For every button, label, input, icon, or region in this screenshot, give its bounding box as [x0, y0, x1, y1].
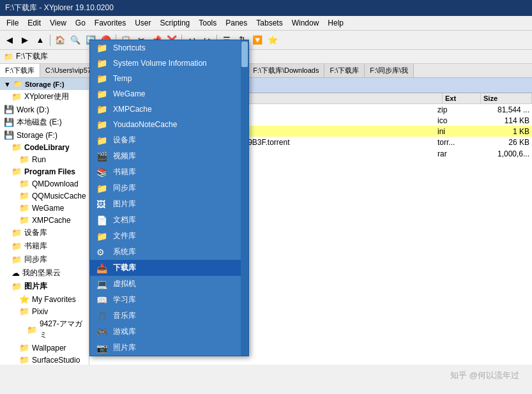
menu-item-view[interactable]: View [46, 17, 70, 29]
sidebar-icon-9: 📁 [19, 203, 29, 213]
tab-0[interactable]: F:\下载库 [0, 64, 40, 77]
sidebar-icon-16: ⭐ [19, 294, 29, 304]
dropdown-item-6[interactable]: 📁设备库 [90, 132, 248, 148]
dropdown-icon-3: 📁 [96, 89, 109, 99]
menu-item-scripting[interactable]: Scripting [156, 17, 194, 29]
sidebar-item-2[interactable]: 💾本地磁盘 (E:) [0, 116, 89, 129]
dropdown-item-12[interactable]: 📁文件库 [90, 228, 248, 244]
sidebar-icon-14: ☁ [11, 268, 20, 278]
sidebar-item-18[interactable]: 📁9427-アマガミ [0, 317, 89, 342]
dropdown-icon-5: 📁 [96, 119, 109, 130]
sidebar-item-12[interactable]: 📁书籍库 [0, 239, 89, 253]
menu-item-user[interactable]: User [131, 17, 155, 29]
sidebar-item-7[interactable]: 📁QMDownload [0, 178, 89, 190]
sidebar-item-19[interactable]: 📁Wallpaper [0, 342, 89, 354]
title-text: F:\下载库 - XYplorer 19.10.0200 [5, 3, 114, 13]
sidebar-item-20[interactable]: 📁SurfaceStudio [0, 354, 89, 365]
dropdown-icon-7: 🎬 [96, 151, 109, 162]
dropdown-item-2[interactable]: 📁Temp [90, 71, 248, 86]
back-btn[interactable]: ◀ [3, 33, 17, 47]
menu-item-panes[interactable]: Panes [222, 17, 251, 29]
sidebar-item-15[interactable]: 📁图片库 [0, 280, 89, 293]
dropdown-label-14: 下载库 [113, 262, 136, 273]
sidebar-section-storage[interactable]: ▼📁Storage (F:) [0, 78, 89, 90]
dropdown-item-15[interactable]: 💻虚拟机 [90, 276, 248, 292]
sidebar-item-0[interactable]: 📁XYplorer使用 [0, 90, 89, 103]
dropdown-item-14[interactable]: 📥下载库 [90, 260, 248, 276]
sidebar-item-13[interactable]: 📁同步库 [0, 253, 89, 266]
sidebar-label-18: 9427-アマガミ [40, 319, 85, 340]
up-btn[interactable]: ▲ [33, 33, 47, 47]
folder-icon: 📁 [4, 52, 13, 61]
sidebar-icon-10: 📁 [19, 215, 29, 225]
sidebar-icon-1: 💾 [4, 105, 14, 114]
file-size-1: 114 KB [478, 116, 529, 125]
dropdown-scrollbar[interactable] [241, 40, 248, 356]
sidebar-item-9[interactable]: 📁WeGame [0, 202, 89, 214]
dropdown-label-9: 同步库 [113, 183, 136, 193]
dropdown-menu: 📁Shortcuts📁System Volume Information📁Tem… [89, 40, 249, 356]
sidebar-icon-19: 📁 [19, 343, 29, 352]
tab-bar: F:\下载库C:\Users\vip57\Desktop\XYplorer使用F… [0, 64, 532, 78]
sidebar-item-6[interactable]: 📁Program Files [0, 165, 89, 178]
menu-item-favorites[interactable]: Favorites [91, 17, 130, 29]
home-btn[interactable]: 🏠 [53, 33, 67, 47]
sidebar-item-14[interactable]: ☁我的坚果云 [0, 266, 89, 280]
sidebar-item-3[interactable]: 💾Storage (F:) [0, 129, 89, 141]
dropdown-label-17: 音乐库 [113, 310, 136, 321]
sep1 [50, 34, 50, 46]
dropdown-item-18[interactable]: 🎮游戏库 [90, 324, 248, 340]
forward-btn[interactable]: ▶ [18, 33, 32, 47]
menu-item-window[interactable]: Window [288, 17, 323, 29]
sidebar-item-1[interactable]: 💾Work (D:) [0, 103, 89, 116]
col-header-ext[interactable]: Ext [443, 93, 481, 103]
dropdown-item-8[interactable]: 📚书籍库 [90, 164, 248, 180]
search-btn[interactable]: 🔍 [68, 33, 82, 47]
sidebar-label-9: WeGame [32, 204, 64, 213]
menu-item-edit[interactable]: Edit [24, 17, 45, 29]
menu-item-file[interactable]: File [3, 17, 22, 29]
dropdown-item-13[interactable]: ⚙系统库 [90, 244, 248, 260]
sidebar-item-4[interactable]: 📁CodeLibrary [0, 141, 89, 153]
sidebar-item-11[interactable]: 📁设备库 [0, 226, 89, 239]
dropdown-item-7[interactable]: 🎬视频库 [90, 148, 248, 164]
tab-4[interactable]: F:\下载库\Downloads [248, 64, 324, 77]
sidebar-item-5[interactable]: 📁Run [0, 153, 89, 165]
dropdown-item-9[interactable]: 📁同步库 [90, 180, 248, 196]
dropdown-item-16[interactable]: 📖学习库 [90, 292, 248, 308]
sidebar-icon-13: 📁 [11, 255, 22, 264]
menu-item-tools[interactable]: Tools [195, 17, 220, 29]
star-btn[interactable]: ⭐ [266, 33, 280, 47]
dropdown-item-11[interactable]: 📄文档库 [90, 212, 248, 228]
sidebar-item-16[interactable]: ⭐My Favorites [0, 293, 89, 305]
dropdown-icon-2: 📁 [96, 73, 109, 84]
file-ext-1: ico [437, 116, 476, 125]
dropdown-icon-9: 📁 [96, 183, 109, 193]
dropdown-item-19[interactable]: 📷照片库 [90, 340, 248, 356]
dropdown-item-3[interactable]: 📁WeGame [90, 86, 248, 102]
dropdown-item-1[interactable]: 📁System Volume Information [90, 56, 248, 71]
sidebar-item-17[interactable]: 📁Pixiv [0, 305, 89, 317]
sidebar-item-8[interactable]: 📁QQMusicCache [0, 190, 89, 202]
tab-6[interactable]: F:\同步库\我 [365, 64, 414, 77]
menu-item-help[interactable]: Help [324, 17, 347, 29]
sidebar-label-5: Run [32, 155, 46, 164]
toolbar: ◀ ▶ ▲ 🏠 🔍 🔄 ⛔ 📋 ✂ 📌 ❌ ↩ ↪ ☰ ⇅ 🔽 ⭐ [0, 31, 532, 50]
dropdown-label-18: 游戏库 [113, 326, 136, 337]
dropdown-item-4[interactable]: 📁XMPCache [90, 102, 248, 117]
col-header-size[interactable]: Size [481, 93, 532, 103]
file-size-0: 81,544 ... [478, 105, 529, 114]
file-ext-3: torr... [437, 138, 476, 147]
menu-item-go[interactable]: Go [72, 17, 89, 29]
sidebar-label-19: Wallpaper [32, 344, 66, 352]
sidebar-item-10[interactable]: 📁XMPCache [0, 214, 89, 226]
dropdown-icon-6: 📁 [96, 135, 109, 146]
tab-5[interactable]: F:\下载库 [324, 64, 365, 77]
dropdown-item-5[interactable]: 📁YoudaoNoteCache [90, 117, 248, 132]
menu-item-tabsets[interactable]: Tabsets [252, 17, 286, 29]
dropdown-icon-0: 📁 [96, 43, 109, 53]
dropdown-item-10[interactable]: 🖼图片库 [90, 196, 248, 212]
dropdown-item-17[interactable]: 🎵音乐库 [90, 308, 248, 324]
dropdown-item-0[interactable]: 📁Shortcuts [90, 40, 248, 56]
filter-btn[interactable]: 🔽 [250, 33, 264, 47]
